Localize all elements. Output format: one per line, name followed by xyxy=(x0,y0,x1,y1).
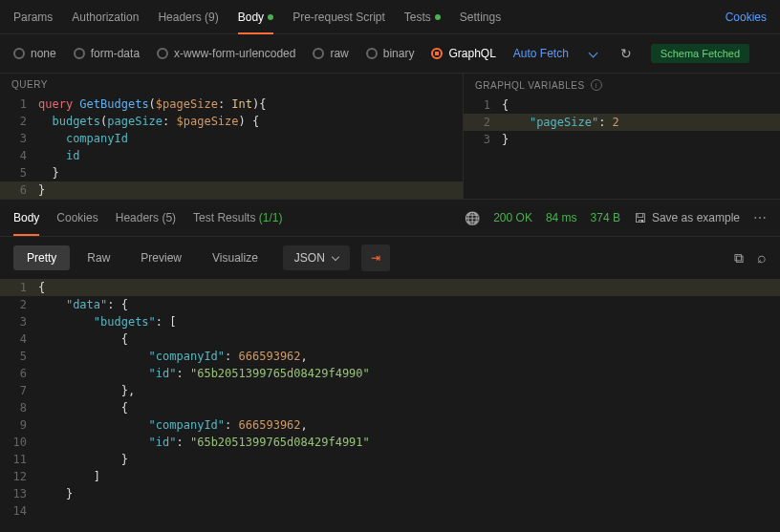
variables-header: GRAPHQL VARIABLES xyxy=(475,80,585,91)
response-tab-headers[interactable]: Headers (5) xyxy=(116,207,176,228)
response-tabs-row: Body Cookies Headers (5) Test Results (1… xyxy=(0,200,780,237)
save-as-example-button[interactable]: Save as example xyxy=(634,211,740,225)
wrap-lines-button[interactable]: ⇥ xyxy=(361,245,390,271)
more-actions-icon[interactable] xyxy=(753,210,767,225)
tab-authorization[interactable]: Authorization xyxy=(72,1,139,33)
autofetch-toggle[interactable]: Auto Fetch xyxy=(513,47,569,60)
refresh-schema-icon[interactable] xyxy=(618,46,634,61)
query-header: QUERY xyxy=(0,74,463,96)
response-tab-body[interactable]: Body xyxy=(13,207,39,228)
request-tabs-row: Params Authorization Headers (9) Body Pr… xyxy=(0,0,780,34)
info-icon[interactable]: i xyxy=(591,79,602,91)
view-visualize[interactable]: Visualize xyxy=(199,245,271,270)
radio-icon xyxy=(157,48,168,59)
format-select[interactable]: JSON xyxy=(283,245,350,270)
floppy-icon xyxy=(634,211,646,225)
variables-editor[interactable]: 1{ 2 "pageSize": 2 3} xyxy=(464,96,780,148)
tab-params[interactable]: Params xyxy=(13,1,53,33)
variables-pane: GRAPHQL VARIABLESi 1{ 2 "pageSize": 2 3} xyxy=(464,74,780,199)
view-preview[interactable]: Preview xyxy=(127,245,195,270)
radio-icon xyxy=(13,48,25,59)
radio-icon xyxy=(366,48,378,59)
radio-icon xyxy=(74,48,85,59)
tab-headers[interactable]: Headers (9) xyxy=(158,1,218,33)
response-tab-test-results[interactable]: Test Results (1/1) xyxy=(193,207,282,228)
tests-indicator-icon xyxy=(435,14,441,20)
view-raw[interactable]: Raw xyxy=(74,245,123,270)
status-time: 84 ms xyxy=(546,211,577,224)
chevron-down-icon xyxy=(333,251,338,265)
response-body[interactable]: 1{ 2 "data": { 3 "budgets": [ 4 { 5 "com… xyxy=(0,279,780,520)
cookies-link[interactable]: Cookies xyxy=(726,11,767,24)
schema-fetched-badge: Schema Fetched xyxy=(651,44,749,63)
status-code: 200 OK xyxy=(493,211,532,224)
tab-tests[interactable]: Tests xyxy=(404,1,441,33)
query-editor[interactable]: 1query GetBudgets($pageSize: Int){ 2 bud… xyxy=(0,96,463,199)
radio-form-data[interactable]: form-data xyxy=(74,47,140,60)
radio-selected-icon xyxy=(431,48,443,59)
body-changed-indicator-icon xyxy=(268,14,273,20)
view-pretty[interactable]: Pretty xyxy=(13,245,70,270)
body-type-row: none form-data x-www-form-urlencoded raw… xyxy=(0,34,780,73)
radio-urlencoded[interactable]: x-www-form-urlencoded xyxy=(157,47,295,60)
radio-none[interactable]: none xyxy=(13,47,56,60)
response-tab-cookies[interactable]: Cookies xyxy=(56,207,98,228)
tab-prerequest[interactable]: Pre-request Script xyxy=(292,1,385,33)
editor-split: QUERY 1query GetBudgets($pageSize: Int){… xyxy=(0,73,780,200)
view-mode-row: Pretty Raw Preview Visualize JSON ⇥ xyxy=(0,237,780,279)
chevron-down-icon[interactable] xyxy=(586,46,601,61)
search-icon[interactable] xyxy=(757,249,767,266)
tab-body[interactable]: Body xyxy=(238,1,273,33)
tab-settings[interactable]: Settings xyxy=(460,1,501,33)
status-size: 374 B xyxy=(591,211,620,224)
copy-icon[interactable] xyxy=(734,250,744,266)
radio-graphql[interactable]: GraphQL xyxy=(431,47,495,60)
radio-icon xyxy=(313,48,324,59)
globe-icon[interactable] xyxy=(465,211,480,225)
radio-raw[interactable]: raw xyxy=(313,47,348,60)
query-pane: QUERY 1query GetBudgets($pageSize: Int){… xyxy=(0,74,464,199)
radio-binary[interactable]: binary xyxy=(366,47,415,60)
